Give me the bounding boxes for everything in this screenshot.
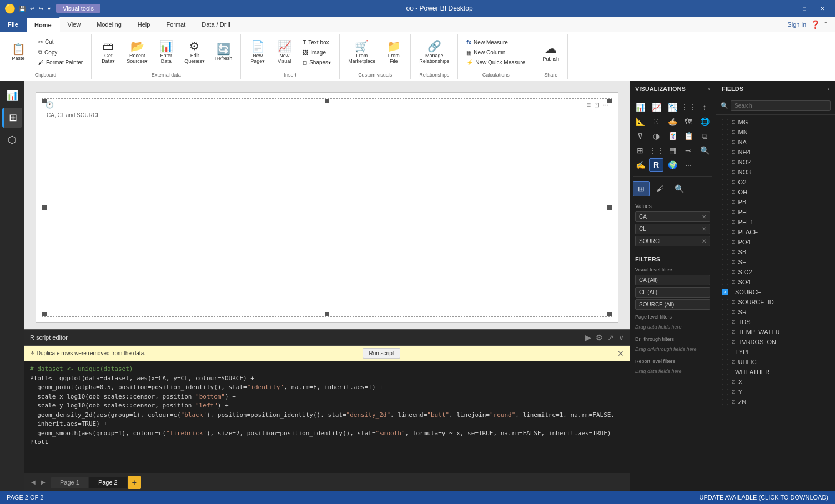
search-input[interactable] bbox=[731, 100, 831, 111]
recent-sources-button[interactable]: 📂 RecentSources▾ bbox=[123, 38, 152, 66]
tab-datadrill[interactable]: Data / Drill bbox=[194, 17, 238, 32]
paste-button[interactable]: 📋 Paste bbox=[4, 41, 32, 63]
ribbon-collapse[interactable]: ⌃ bbox=[823, 21, 828, 28]
resize-handle-top-right[interactable] bbox=[607, 99, 612, 103]
new-page-button[interactable]: 📄 NewPage▾ bbox=[245, 38, 270, 66]
page-next-arrow[interactable]: ▶ bbox=[39, 478, 48, 486]
sidebar-report-view[interactable]: 📊 bbox=[2, 85, 22, 105]
new-measure-button[interactable]: fx New Measure bbox=[462, 38, 529, 47]
field-item-sio2[interactable]: ΣSIO2 bbox=[716, 267, 835, 277]
resize-handle-top-center[interactable] bbox=[325, 99, 329, 103]
page-tab-2[interactable]: Page 2 bbox=[89, 477, 127, 488]
enter-data-button[interactable]: 📊 EnterData bbox=[154, 38, 178, 66]
image-button[interactable]: 🖼 Image bbox=[299, 48, 335, 57]
copy-button[interactable]: ⧉ Copy bbox=[34, 47, 87, 57]
r-run-icon[interactable]: ▶ bbox=[585, 333, 591, 342]
field-item-zn[interactable]: ΣZN bbox=[716, 397, 835, 407]
resize-handle-right-center[interactable] bbox=[607, 205, 612, 210]
field-item-sr[interactable]: ΣSR bbox=[716, 307, 835, 317]
field-item-temp_water[interactable]: ΣTEMP_WATER bbox=[716, 327, 835, 337]
edit-queries-button[interactable]: ⚙ EditQueries▾ bbox=[180, 38, 209, 66]
field-item-ph[interactable]: ΣPH bbox=[716, 207, 835, 217]
tab-home[interactable]: Home bbox=[27, 17, 60, 32]
from-marketplace-button[interactable]: 🛒 FromMarketplace bbox=[344, 38, 379, 66]
field-item-oh[interactable]: ΣOH bbox=[716, 187, 835, 197]
viz-icon-card[interactable]: 🃏 bbox=[665, 129, 680, 143]
field-item-pb[interactable]: ΣPB bbox=[716, 197, 835, 207]
field-item-tds[interactable]: ΣTDS bbox=[716, 317, 835, 327]
viz-icon-smart-narr[interactable]: ✍ bbox=[633, 158, 647, 172]
qa-more[interactable]: ▾ bbox=[47, 4, 52, 13]
viz-icon-line[interactable]: 📈 bbox=[649, 100, 663, 114]
field-item-x[interactable]: ΣX bbox=[716, 377, 835, 387]
field-item-place[interactable]: ΣPLACE bbox=[716, 227, 835, 237]
visual-expand-icon[interactable]: ⊡ bbox=[594, 101, 600, 109]
minimize-button[interactable]: — bbox=[778, 3, 795, 14]
viz-icon-bar[interactable]: 📊 bbox=[633, 100, 647, 114]
field-item-sb[interactable]: ΣSB bbox=[716, 247, 835, 257]
tab-view[interactable]: View bbox=[60, 17, 89, 32]
viz-icon-treemap[interactable]: ▦ bbox=[665, 144, 680, 157]
run-script-button[interactable]: Run script bbox=[363, 348, 400, 359]
field-item-ph_1[interactable]: ΣPH_1 bbox=[716, 217, 835, 227]
page-tab-1[interactable]: Page 1 bbox=[51, 477, 88, 488]
viz-icon-r-visual[interactable]: R bbox=[649, 158, 663, 172]
new-quick-measure-button[interactable]: ⚡ New Quick Measure bbox=[462, 58, 529, 67]
field-item-y[interactable]: ΣY bbox=[716, 387, 835, 397]
resize-handle-bottom-center[interactable] bbox=[325, 312, 329, 316]
viz-icon-gauge[interactable]: ◑ bbox=[649, 129, 663, 143]
field-item-mg[interactable]: ΣMG bbox=[716, 117, 835, 127]
new-column-button[interactable]: ▦ New Column bbox=[462, 48, 529, 57]
resize-handle-top-left[interactable] bbox=[42, 99, 47, 103]
viz-icon-funnel[interactable]: ⊽ bbox=[633, 129, 647, 143]
sidebar-data-view[interactable]: ⊞ bbox=[2, 108, 22, 128]
filter-cl[interactable]: CL (All) bbox=[635, 287, 710, 298]
manage-relationships-button[interactable]: 🔗 ManageRelationships bbox=[415, 38, 453, 66]
text-box-button[interactable]: T Text box bbox=[299, 38, 335, 47]
sign-in-button[interactable]: Sign in bbox=[787, 21, 806, 28]
viz-icon-pie[interactable]: 🥧 bbox=[665, 115, 680, 128]
field-item-no3[interactable]: ΣNO3 bbox=[716, 167, 835, 177]
field-item-source_id[interactable]: ΣSOURCE_ID bbox=[716, 297, 835, 307]
field-item-so4[interactable]: ΣSO4 bbox=[716, 277, 835, 287]
field-item-po4[interactable]: ΣPO4 bbox=[716, 237, 835, 247]
tab-modeling[interactable]: Modeling bbox=[89, 17, 130, 32]
field-ca-remove[interactable]: ✕ bbox=[702, 214, 706, 220]
resize-handle-bottom-left[interactable] bbox=[42, 312, 47, 316]
sidebar-model-view[interactable]: ⬡ bbox=[2, 130, 22, 150]
shapes-button[interactable]: ◻ Shapes▾ bbox=[299, 58, 335, 67]
r-editor-code[interactable]: # dataset <- unique(dataset) Plot1<- ggp… bbox=[24, 361, 630, 473]
refresh-button[interactable]: 🔄 Refresh bbox=[211, 41, 237, 63]
field-item-type[interactable]: TYPE bbox=[716, 347, 835, 357]
warning-close-icon[interactable]: ✕ bbox=[617, 349, 624, 358]
field-item-no2[interactable]: ΣNO2 bbox=[716, 157, 835, 167]
field-item-uhlic[interactable]: ΣUHLIC bbox=[716, 357, 835, 367]
resize-handle-left-center[interactable] bbox=[42, 205, 47, 210]
qa-undo[interactable]: ↩ bbox=[29, 4, 36, 13]
viz-icon-map[interactable]: 🗺 bbox=[681, 115, 696, 128]
viz-icon-kpi[interactable]: 📋 bbox=[681, 129, 696, 143]
new-visual-button[interactable]: 📈 NewVisual bbox=[272, 38, 296, 66]
viz-icon-scatter[interactable]: ⁙ bbox=[649, 115, 663, 128]
status-update-info[interactable]: UPDATE AVAILABLE (CLICK TO DOWNLOAD) bbox=[700, 494, 828, 501]
field-item-mn[interactable]: ΣMN bbox=[716, 127, 835, 137]
filter-source[interactable]: SOURCE (All) bbox=[635, 299, 710, 310]
publish-button[interactable]: ☁ Publish bbox=[539, 41, 563, 64]
viz-icon-slicer[interactable]: ⧉ bbox=[697, 129, 712, 143]
viz-icon-more[interactable]: ··· bbox=[681, 158, 696, 172]
field-cl-remove[interactable]: ✕ bbox=[702, 226, 706, 232]
viz-icon-waterfall[interactable]: 📐 bbox=[633, 115, 647, 128]
viz-icon-ribbon[interactable]: ↕ bbox=[697, 100, 712, 114]
viz-icon-table[interactable]: ⊞ bbox=[633, 144, 647, 157]
field-item-na[interactable]: ΣNA bbox=[716, 137, 835, 147]
field-item-tvrdos_on[interactable]: ΣTVRDOS_ON bbox=[716, 337, 835, 347]
field-source-remove[interactable]: ✕ bbox=[702, 238, 706, 244]
field-item-o2[interactable]: ΣO2 bbox=[716, 177, 835, 187]
r-expand-icon[interactable]: ↗ bbox=[607, 333, 614, 342]
tab-file[interactable]: File bbox=[0, 17, 27, 32]
viz-icon-matrix[interactable]: ⋮⋮ bbox=[649, 144, 663, 157]
cut-button[interactable]: ✂ Cut bbox=[34, 37, 87, 47]
qa-redo[interactable]: ↪ bbox=[38, 4, 44, 13]
viz-icon-qs[interactable]: 🔍 bbox=[697, 144, 712, 157]
close-button[interactable]: ✕ bbox=[814, 3, 831, 14]
